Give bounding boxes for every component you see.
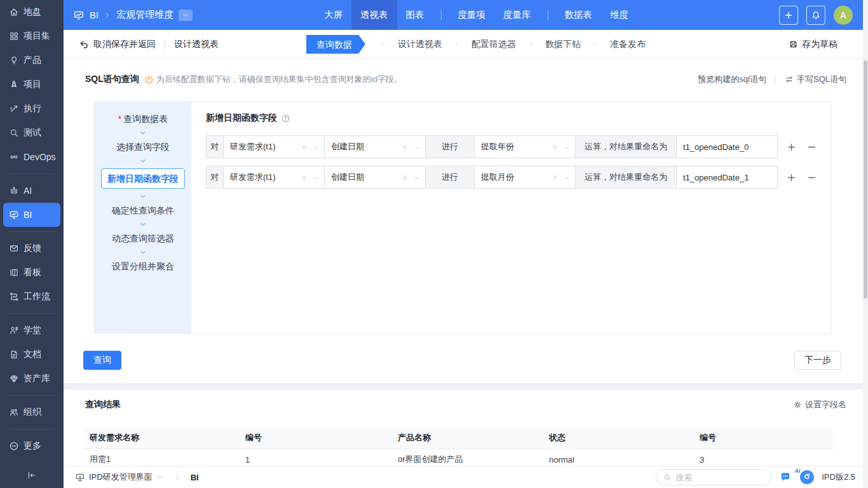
workspace-switcher[interactable]: IPD研发管理界面 [75,471,164,483]
cancel-return-button[interactable]: 取消保存并返回 [79,39,156,50]
sidebar-item-label: 项目集 [24,30,50,42]
table-row: 用需1 1 or界面创建的产品 normal 3 [83,449,833,466]
rename-input[interactable] [676,135,778,158]
results-header: 查询结果 设置字段名 [85,398,846,412]
step-design-pivot[interactable]: 设计透视表 [398,39,442,50]
sidebar-collapse-button[interactable] [0,466,64,484]
rename-input[interactable] [676,166,778,189]
clear-icon[interactable] [300,173,308,182]
tab-measure-item[interactable]: 度量项 [449,0,495,30]
sidebar-item-workflow[interactable]: 工作流 [0,285,64,309]
date-function-panel: 新增日期函数字段 对 研发需求(t1) 创建日期 [191,102,831,333]
table-select[interactable]: 研发需求(t1) [223,135,325,158]
row-mid-label: 进行 [425,135,475,158]
function-select[interactable]: 提取年份 [474,135,576,158]
sidebar-item-devops[interactable]: DevOps [0,145,64,169]
field-select[interactable]: 创建日期 [324,135,426,158]
sidebar-item-ai[interactable]: AI [0,179,64,203]
step-drill-down[interactable]: 数据下钻 [545,39,581,50]
table-cell: 3 [693,449,833,466]
bottombar-crumb-bi[interactable]: BI [191,473,199,482]
clear-icon[interactable] [401,143,409,151]
notifications-button[interactable] [806,6,825,25]
chevron-down-icon[interactable] [413,144,421,151]
search-input[interactable] [675,473,764,482]
tab-data-table[interactable]: 数据表 [556,0,602,30]
toolbar-divider [165,39,165,50]
tab-chart[interactable]: 图表 [397,0,433,30]
add-row-button[interactable] [787,142,796,152]
step-config-filter[interactable]: 配置筛选器 [471,39,516,50]
design-pivot-link[interactable]: 设计透视表 [174,39,219,50]
add-button[interactable] [779,6,798,25]
breadcrumb-dropdown-button[interactable] [179,10,193,21]
wizard-step-group-aggregate[interactable]: 设置分组并聚合 [112,260,174,273]
sidebar-item-product[interactable]: 产品 [0,48,64,72]
sidebar-item-feedback[interactable]: 反馈 [0,236,64,261]
wizard-step-dynamic-filter[interactable]: 动态查询筛选器 [112,232,174,245]
chevron-down-icon[interactable] [312,144,320,151]
chevron-down-icon[interactable] [312,174,320,182]
clear-icon[interactable] [551,143,559,151]
step-query-data[interactable]: 查询数据 [306,35,365,54]
sidebar-item-more[interactable]: 更多 [0,434,64,458]
clear-icon[interactable] [401,173,409,182]
tab-measure-lib[interactable]: 度量库 [494,0,540,30]
set-field-names-button[interactable]: 设置字段名 [793,399,846,410]
chevron-down-icon[interactable] [413,174,421,182]
sidebar-item-bi[interactable]: BI [3,203,60,227]
save-draft-button[interactable]: 存为草稿 [789,30,837,58]
sidebar-item-project-set[interactable]: 项目集 [0,24,64,48]
add-row-button[interactable] [787,173,796,182]
chevron-right-icon [379,41,387,48]
remove-row-button[interactable] [807,142,817,152]
field-select[interactable]: 创建日期 [324,166,426,189]
clear-icon[interactable] [551,173,559,182]
sidebar-item-school[interactable]: 学堂 [0,318,64,342]
chevron-down-icon [139,128,147,137]
table-cell: normal [543,449,693,466]
chevron-down-icon[interactable] [563,144,571,151]
table-select[interactable]: 研发需求(t1) [223,166,325,189]
back-arrow-icon [79,39,89,50]
scrollbar-thumb[interactable] [864,60,867,299]
sidebar-item-project[interactable]: 项目 [0,72,64,97]
avatar[interactable]: A [834,6,853,25]
wizard-step-fixed-conditions[interactable]: 确定性查询条件 [112,204,174,217]
search-box [656,469,771,485]
results-title: 查询结果 [85,399,121,410]
sidebar-item-kanban[interactable]: 看板 [0,261,64,285]
sidebar-item-label: 项目 [24,79,41,90]
query-button[interactable]: 查询 [83,351,121,370]
wizard-step-select-fields[interactable]: 选择查询字段 [116,140,170,153]
remove-row-button[interactable] [807,173,817,182]
topbar-breadcrumb: BI 宏观管理维度 [73,0,193,30]
sidebar-item-execute[interactable]: 执行 [0,97,64,121]
wizard-step-query-table[interactable]: *查询数据表 [118,112,168,125]
ai-assistant-button[interactable]: AI [778,471,792,484]
tab-dimension[interactable]: 维度 [601,0,637,30]
sidebar-item-docs[interactable]: 文档 [0,342,64,367]
breadcrumb-app[interactable]: BI [90,10,98,20]
grid-icon [9,31,19,41]
date-function-row: 对 研发需求(t1) 创建日期 进行 提取月份 [206,166,831,189]
tab-dashboard[interactable]: 大屏 [315,0,351,30]
function-select[interactable]: 提取月份 [474,166,576,189]
row-rename-label: 运算，对结果重命名为 [575,166,677,189]
sql-section-title: SQL语句查询 [85,74,139,85]
sidebar-item-home[interactable]: 地盘 [0,0,64,24]
chevron-down-icon[interactable] [563,174,571,182]
manual-sql-link[interactable]: 手写SQL语句 [785,74,846,85]
next-step-button[interactable]: 下一步 [794,351,841,370]
clear-icon[interactable] [300,143,308,151]
sidebar-item-assets[interactable]: 资产库 [0,367,64,391]
sidebar-item-test[interactable]: 测试 [0,121,64,145]
wizard-step-date-function[interactable]: 新增日期函数字段 [101,168,185,189]
step-publish[interactable]: 准备发布 [610,39,646,50]
org-icon [9,407,19,417]
sidebar-item-org[interactable]: 组织 [0,400,64,424]
tab-pivot-table[interactable]: 透视表 [351,0,397,30]
column-header: 状态 [543,427,693,449]
preview-sql-link[interactable]: 预览构建的sql语句 [698,74,766,85]
ipd-logo[interactable] [799,470,815,485]
